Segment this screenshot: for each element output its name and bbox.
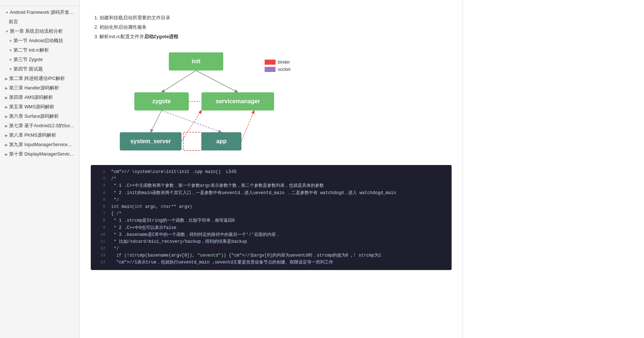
svg-line-1 xyxy=(196,71,238,92)
svg-line-6 xyxy=(182,110,201,141)
svg-line-3 xyxy=(151,110,162,132)
sidebar-item-preface[interactable]: 前言 xyxy=(0,17,80,27)
sidebar-item-ch4[interactable]: 第四章 AMS源码解析 xyxy=(0,93,80,102)
sidebar-item-ch1-2[interactable]: 第二节 init.rc解析 xyxy=(0,45,80,55)
svg-line-7 xyxy=(241,110,254,141)
code-line: 1"cm">// \system\core\init\init .cpp mai… xyxy=(91,169,452,176)
code-block: 1"cm">// \system\core\init\init .cpp mai… xyxy=(91,165,452,270)
main-content: 1. 创建和挂载启动所需要的文件目录2. 初始化和启动属性服务3. 解析init… xyxy=(80,0,462,338)
legend-binder: binder xyxy=(265,60,290,65)
list-item: 2. 初始化和启动属性服务 xyxy=(94,23,452,32)
sidebar-item-ch1-4[interactable]: 第四节 面试题 xyxy=(0,64,80,74)
sidebar-item-ch1-1[interactable]: 第一节 Android启动概括 xyxy=(0,36,80,45)
code-line: 12 */ xyxy=(91,245,452,252)
sidebar-item-ch2[interactable]: 第二章 跨进程通信IPC解析 xyxy=(0,74,80,83)
code-line: 7{ /* xyxy=(91,210,452,217)
code-line: 4 * 2 .init的main函数有两个其它入口，一是参数中有ueventd，… xyxy=(91,190,452,197)
legend-color-binder xyxy=(265,60,276,65)
list-item: 1. 创建和挂载启动所需要的文件目录 xyxy=(94,13,452,23)
sidebar-item-ch7[interactable]: 第七章 基于Android12.0的SurfaceFlinger源 xyxy=(0,121,80,130)
svg-line-0 xyxy=(162,71,196,92)
diagram-node-zygote: zygote xyxy=(134,92,189,110)
sidebar-item-ch3[interactable]: 第三章 Handler源码解析 xyxy=(0,83,80,93)
code-line: 10 * 3 .basename是C库中的一个函数，得到特定的路径中的最后一个'… xyxy=(91,232,452,238)
code-line: 3 * 1 .C++中主函数有两个参数，第一个参数argc表示参数个数，第二个参… xyxy=(91,182,452,189)
content-list: 1. 创建和挂载启动所需要的文件目录2. 初始化和启动属性服务3. 解析init… xyxy=(91,13,452,41)
diagram: init zygote servicemanager system_server… xyxy=(98,49,287,158)
diagram-node-app: app xyxy=(201,132,241,150)
svg-line-5 xyxy=(162,110,221,132)
sidebar-item-ch10[interactable]: 第十章 DisplayManagerService源码解析 xyxy=(0,149,80,159)
sidebar-item-ch5[interactable]: 第五章 WMS源码解析 xyxy=(0,102,80,112)
sidebar-tree: Android Framework 源码开发提秘前言第一章 系统启动流程分析第一… xyxy=(0,6,80,160)
code-line: 11 * 比如/sdcard/miui_recovery/backup，得到的结… xyxy=(91,238,452,245)
diagram-node-system-server: system_server xyxy=(120,132,182,150)
list-item: 3. 解析init.rc配置文件并启动Zygote进程 xyxy=(94,32,452,41)
sidebar-item-root[interactable]: Android Framework 源码开发提秘 xyxy=(0,8,80,17)
sidebar-item-ch1-3[interactable]: 第三节 Zygote xyxy=(0,55,80,64)
legend-socket: socket xyxy=(265,67,290,72)
code-line: 8 * 1 .strcmp是String的一个函数，比较字符串，相等返回0 xyxy=(91,217,452,224)
right-panel xyxy=(462,0,644,338)
sidebar-item-ch8[interactable]: 第八章 PKMS源码解析 xyxy=(0,130,80,140)
legend-color-socket xyxy=(265,67,276,72)
diagram-node-init: init xyxy=(169,52,223,71)
sidebar-header xyxy=(0,0,80,6)
code-line: 2/* xyxy=(91,176,452,182)
sidebar-item-ch6[interactable]: 第六章 Surface源码解析 xyxy=(0,112,80,121)
sidebar: Android Framework 源码开发提秘前言第一章 系统启动流程分析第一… xyxy=(0,0,80,338)
legend: binder socket xyxy=(265,60,290,72)
legend-label-binder: binder xyxy=(278,60,290,65)
diagram-node-servicemanager: servicemanager xyxy=(201,92,274,110)
code-line: 5 */ xyxy=(91,197,452,204)
code-line: 14 "cm">//1表示true，也就执行ueventd_main ,ueve… xyxy=(91,259,452,266)
sidebar-item-ch1[interactable]: 第一章 系统启动流程分析 xyxy=(0,27,80,36)
svg-rect-4 xyxy=(183,132,201,150)
sidebar-item-ch9[interactable]: 第九章 InputManagerService源码解析 xyxy=(0,140,80,149)
code-line: 9 * 2 .C++中0也可以表示false xyxy=(91,225,452,232)
legend-label-socket: socket xyxy=(278,67,290,72)
code-line: 13 if (!strcmp(basename(argv[0]), "ueven… xyxy=(91,252,452,259)
code-line: 6int main(int argc, char** argv) xyxy=(91,204,452,210)
